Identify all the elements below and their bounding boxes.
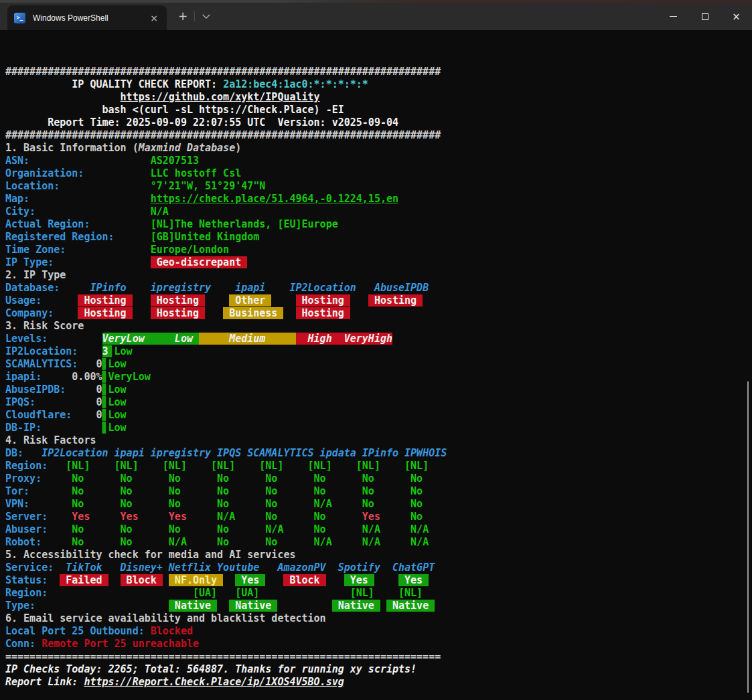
text-segment: [NL] [398, 587, 423, 599]
terminal-line: DB: IP2Location ipapi ipregistry IPQS SC… [5, 447, 752, 460]
text-segment: IP2Location: [5, 345, 78, 357]
text-segment [163, 574, 169, 586]
text-segment: 0 [66, 383, 102, 396]
terminal-line: Type: Native Native Native Native [5, 600, 752, 612]
terminal-output: ########################################… [5, 66, 752, 700]
scrollbar[interactable] [744, 30, 752, 700]
map-link[interactable]: https://check.place/51.4964,-0.1224,15,e… [151, 193, 398, 205]
text-segment: Service: [5, 561, 54, 574]
tab-dropdown-button[interactable] [198, 8, 214, 25]
text-segment: 0 [78, 358, 102, 370]
maximize-icon [702, 13, 708, 20]
text-segment [217, 587, 235, 599]
terminal-line: Company: Hosting Hosting Business Hostin… [5, 307, 752, 320]
text-segment: [UA] [235, 587, 259, 599]
terminal-line: Conn: Remote Port 25 unreachable [5, 638, 752, 650]
text-segment: AS207513 [151, 155, 199, 167]
terminal-line: Organization: LLC hostoff Csl [5, 167, 752, 180]
separator-equals: ========================================… [5, 650, 752, 663]
titlebar[interactable]: >_ Windows PowerShell × + × [0, 3, 752, 30]
text-segment [223, 574, 235, 586]
text-segment: [GB]United Kingdom [151, 231, 260, 243]
report-link[interactable]: https://Report.Check.Place/ip/1XOS4V5BO.… [84, 676, 344, 688]
text-segment [48, 511, 54, 523]
text-segment: Conn: [5, 638, 42, 650]
text-segment: ipapi [235, 282, 265, 294]
text-segment [356, 282, 374, 294]
terminal-line: Abuser: No No No No N/A No N/A N/A [5, 523, 752, 536]
text-segment: No No No No N/A No N/A N/A [54, 523, 441, 535]
text-segment [42, 422, 102, 434]
text-segment: 5. Accessibility check for media and AI … [5, 549, 295, 561]
stats-line: IP Checks Today: 2265; Total: 564887. Th… [5, 663, 752, 676]
chevron-down-icon [202, 11, 210, 19]
text-segment: AmazonPV [277, 561, 325, 574]
text-segment: VeryLow Low [102, 333, 200, 345]
text-segment [5, 104, 102, 116]
text-segment: Other [229, 294, 271, 307]
github-link[interactable]: https://github.com/xykt/IPQuality [121, 91, 320, 103]
text-segment [205, 307, 223, 319]
text-segment [133, 307, 151, 319]
maximize-button[interactable] [689, 3, 721, 30]
text-segment [23, 447, 42, 459]
text-segment: Block [121, 574, 163, 586]
terminal-line: Registered Region: [GB]United Kingdom [5, 231, 752, 244]
separator-hashes: ########################################… [5, 129, 752, 142]
text-segment: Type: [5, 600, 35, 612]
text-segment: [UA] [193, 587, 217, 599]
text-segment: Hosting [296, 294, 350, 307]
text-segment [265, 574, 283, 586]
text-segment: ASN: [5, 155, 151, 167]
new-tab-button[interactable]: + [174, 8, 192, 25]
text-segment: ▋ [108, 345, 115, 357]
report-time-line: Report Time: 2025-09-09 22:07:55 UTC Ver… [5, 116, 752, 129]
tab-windows-powershell[interactable]: >_ Windows PowerShell × [7, 5, 167, 30]
text-segment: Remote Port 25 unreachable [42, 638, 199, 650]
minimize-button[interactable] [658, 3, 689, 30]
tab-close-icon[interactable]: × [148, 12, 160, 24]
text-segment: Database: [5, 282, 60, 294]
window-controls: × [658, 3, 752, 30]
text-segment: Yes [235, 574, 265, 586]
text-segment [326, 561, 338, 574]
text-segment: Maxmind Database [139, 142, 236, 154]
text-segment: °7'21"W, 51°29'47"N [151, 180, 266, 192]
text-segment: IP2Location ipapi ipregistry IPQS SCAMAL… [42, 447, 447, 459]
text-segment: Low [108, 358, 127, 370]
github-line: https://github.com/xykt/IPQuality [5, 91, 752, 104]
text-segment [5, 91, 121, 103]
text-segment: DB-IP: [5, 422, 42, 434]
text-segment: Proxy: [5, 472, 42, 485]
text-segment: Status: [5, 574, 48, 586]
text-segment [133, 294, 151, 307]
divider [194, 11, 195, 21]
report-link-line: Report Link: https://Report.Check.Place/… [5, 676, 752, 689]
text-segment: Hosting [296, 307, 350, 319]
text-segment: 0.00% [42, 371, 102, 383]
text-segment: LLC hostoff Csl [151, 167, 241, 179]
text-segment: Yes [398, 574, 429, 586]
text-segment [48, 333, 102, 345]
terminal-screen[interactable]: ########################################… [0, 30, 752, 700]
terminal-line: Time Zone: Europe/London [5, 244, 752, 256]
terminal-line: VPN: No No No No No N/A No No [5, 498, 752, 511]
section-5-title: 5. Accessibility check for media and AI … [5, 549, 752, 561]
text-segment: Levels: [5, 333, 48, 345]
bash-line: bash <(curl -sL https://Check.Place) -EI [5, 104, 752, 116]
text-segment: Location: [5, 180, 151, 192]
section-2-title: 2. IP Type [5, 269, 752, 282]
terminal-line: Usage: Hosting Hosting Other Hosting Hos… [5, 294, 752, 307]
text-segment: Hosting [151, 294, 205, 307]
close-button[interactable]: × [721, 3, 752, 30]
terminal-line: AbuseIPDB: 0▋Low [5, 383, 752, 396]
text-segment [54, 307, 78, 319]
text-segment: ▋ [102, 358, 108, 370]
text-segment [78, 345, 102, 357]
text-segment [5, 116, 48, 128]
text-segment: Yes [344, 574, 374, 586]
scrollbar-thumb[interactable] [747, 381, 749, 693]
text-segment: Map: [5, 193, 151, 205]
terminal-line: Robot: No No N/A No No N/A N/A N/A [5, 536, 752, 549]
text-segment: Abuser: [5, 523, 48, 535]
